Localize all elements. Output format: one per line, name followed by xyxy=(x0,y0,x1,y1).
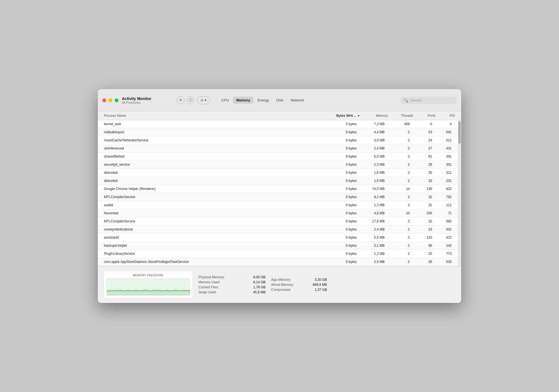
cell-memory: 3,0 MB xyxy=(358,136,386,144)
titlebar: Activity Monitor All Processes ✕ ⓘ ⊙ ▾ C… xyxy=(98,89,461,111)
table-row[interactable]: distnoted 0 bytes 1,6 MB 2 35 311 xyxy=(98,169,458,177)
cell-memory: 4,4 MB xyxy=(358,128,386,136)
cell-name: securityd_service xyxy=(102,161,314,168)
info-button[interactable]: ⓘ xyxy=(187,96,195,104)
action-button[interactable]: ⊙ ▾ xyxy=(197,96,210,104)
stat-label: App Memory: xyxy=(271,278,291,282)
cell-ports: 0 xyxy=(411,120,434,128)
tab-network[interactable]: Network xyxy=(287,97,307,104)
cell-name: mdbulkimport xyxy=(102,128,314,136)
cell-pid: 502 xyxy=(434,225,453,233)
cell-pid: 231 xyxy=(434,177,453,185)
cell-name: distnoted xyxy=(102,169,314,177)
stat-value: 8,00 GB xyxy=(253,275,266,279)
table-row[interactable]: distnoted 0 bytes 1,8 MB 2 33 231 xyxy=(98,177,458,185)
stat-row: Physical Memory:8,00 GB xyxy=(198,275,266,279)
table-header: Process Name Bytes Writ… ▼ Memory Thread… xyxy=(98,111,461,120)
cell-pid: 0 xyxy=(434,120,453,128)
stat-label: Compressed: xyxy=(271,288,291,292)
col-header-bytes[interactable]: Bytes Writ… ▼ xyxy=(317,111,362,120)
stat-label: Cached Files: xyxy=(198,285,219,289)
table-row[interactable]: securityd_service 0 bytes 2,3 MB 2 29 35… xyxy=(98,161,458,169)
stat-row: Swap Used:45,8 MB xyxy=(198,290,266,294)
cell-bytes: 0 bytes xyxy=(314,250,358,258)
cell-memory: 1,3 MB xyxy=(358,250,386,258)
table-row[interactable]: fseventsd 0 bytes 4,8 MB 10 256 71 xyxy=(98,209,458,217)
table-row[interactable]: sharedfilelistd 0 bytes 5,0 MB 2 81 391 xyxy=(98,153,458,161)
search-input[interactable] xyxy=(410,98,449,102)
table-row[interactable]: Google Chrome Helper (Renderer) 0 bytes … xyxy=(98,185,458,193)
table-row[interactable]: mdbulkimport 0 bytes 4,4 MB 2 53 591 xyxy=(98,128,458,136)
cell-memory: 9,2 MB xyxy=(358,193,386,201)
table-row[interactable]: AssetCacheTetheratorService 0 bytes 3,0 … xyxy=(98,136,458,144)
cell-pid: 311 xyxy=(434,169,453,177)
tab-cpu[interactable]: CPU xyxy=(218,97,232,104)
cell-memory: 1,6 MB xyxy=(358,169,386,177)
cell-bytes: 0 bytes xyxy=(314,258,358,266)
cell-bytes: 0 bytes xyxy=(314,185,358,193)
app-subtitle: All Processes xyxy=(122,101,167,104)
cell-pid: 511 xyxy=(434,136,453,144)
cell-ports: 25 xyxy=(411,250,434,258)
table-row[interactable]: coresymbolicationd 0 bytes 2,4 MB 2 23 5… xyxy=(98,225,458,234)
col-header-pid[interactable]: PID xyxy=(437,111,457,120)
cell-threads: 2 xyxy=(386,225,411,233)
stat-value: 3,30 GB xyxy=(315,278,327,282)
maximize-button[interactable] xyxy=(115,98,119,102)
table-row[interactable]: com.apple.AppStoreDaemon.StorePrivileged… xyxy=(98,258,458,266)
sort-arrow-icon: ▼ xyxy=(357,114,360,117)
cell-name: backupd-helper xyxy=(102,242,314,250)
table-row[interactable]: PlugInLibraryService 0 bytes 1,3 MB 2 25… xyxy=(98,250,458,258)
cell-bytes: 0 bytes xyxy=(314,120,358,128)
table-row[interactable]: kernel_task 0 bytes 7,3 MB 458 0 0 xyxy=(98,120,458,128)
cell-bytes: 0 bytes xyxy=(314,128,358,136)
cell-name: fseventsd xyxy=(102,209,314,217)
cell-threads: 2 xyxy=(386,250,411,258)
cell-pid: 533 xyxy=(434,258,453,266)
cell-pid: 591 xyxy=(434,128,453,136)
cell-memory: 7,3 MB xyxy=(358,120,386,128)
col-header-ports[interactable]: Ports xyxy=(415,111,437,120)
scrollbar[interactable] xyxy=(458,120,461,266)
tab-disk[interactable]: Disk xyxy=(273,97,287,104)
cell-pid: 142 xyxy=(434,242,453,250)
cell-ports: 31 xyxy=(411,201,434,209)
stat-value: 1,78 GB xyxy=(253,285,266,289)
table-row[interactable]: MTLCompilerService 0 bytes 17,6 MB 2 32 … xyxy=(98,217,458,225)
stop-button[interactable]: ✕ xyxy=(177,96,184,104)
cell-pid: 431 xyxy=(434,144,453,152)
cell-name: AssetCacheTetheratorService xyxy=(102,136,314,144)
search-box[interactable]: 🔍 xyxy=(401,97,457,104)
cell-threads: 2 xyxy=(386,153,411,160)
col-header-threads[interactable]: Threads xyxy=(390,111,415,120)
close-button[interactable] xyxy=(102,98,106,102)
stat-label: Wired Memory: xyxy=(271,283,294,287)
col-header-memory[interactable]: Memory xyxy=(362,111,390,120)
cell-bytes: 0 bytes xyxy=(314,234,358,241)
cell-memory: 1,8 MB xyxy=(358,177,386,185)
cell-memory: 1,3 MB xyxy=(358,201,386,209)
cell-pid: 351 xyxy=(434,161,453,168)
cell-name: sharedfilelistd xyxy=(102,153,314,160)
cell-threads: 2 xyxy=(386,258,411,266)
cell-name: siriinferenced xyxy=(102,144,314,152)
cell-bytes: 0 bytes xyxy=(314,153,358,160)
scrollbar-thumb[interactable] xyxy=(458,121,461,144)
cell-memory: 74,0 MB xyxy=(358,185,386,193)
col-header-name[interactable]: Process Name xyxy=(102,111,317,120)
cell-memory: 2,4 MB xyxy=(358,225,386,233)
activity-monitor-window: Activity Monitor All Processes ✕ ⓘ ⊙ ▾ C… xyxy=(98,89,461,303)
cell-threads: 14 xyxy=(386,185,411,193)
minimize-button[interactable] xyxy=(108,98,112,102)
tab-memory[interactable]: Memory xyxy=(233,97,254,104)
cell-bytes: 0 bytes xyxy=(314,136,358,144)
cell-memory: 2,1 MB xyxy=(358,242,386,250)
cell-ports: 27 xyxy=(411,144,434,152)
cell-memory: 5,0 MB xyxy=(358,153,386,160)
table-row[interactable]: assistantd 0 bytes 5,5 MB 2 120 422 xyxy=(98,234,458,242)
table-row[interactable]: backupd-helper 0 bytes 2,1 MB 2 56 142 xyxy=(98,242,458,250)
table-row[interactable]: auditd 0 bytes 1,3 MB 2 31 111 xyxy=(98,201,458,209)
tab-energy[interactable]: Energy xyxy=(254,97,272,104)
table-row[interactable]: siriinferenced 0 bytes 2,4 MB 2 27 431 xyxy=(98,144,458,153)
table-row[interactable]: MTLCompilerService 0 bytes 9,2 MB 2 32 7… xyxy=(98,193,458,201)
